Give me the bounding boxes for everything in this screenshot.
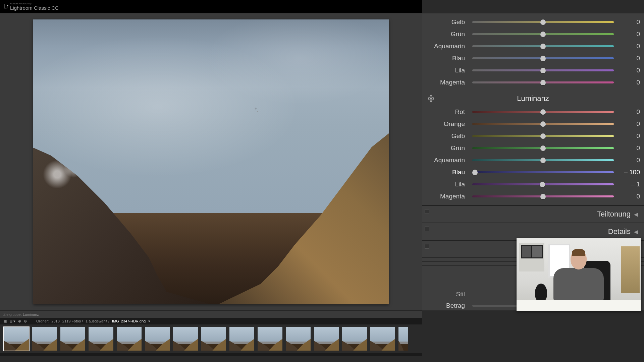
thumbnail[interactable] bbox=[145, 327, 170, 351]
slider-label: Rot bbox=[422, 108, 470, 116]
title-bar: Lr Adobe Photoshop Lightroom Classic CC bbox=[0, 0, 422, 13]
slider-value[interactable]: – 1 bbox=[616, 181, 640, 188]
thumbnail[interactable] bbox=[117, 327, 142, 351]
slider-label: Grün bbox=[422, 31, 470, 38]
slider-label: Orange bbox=[422, 120, 470, 128]
saturation-grun-slider[interactable] bbox=[472, 33, 614, 35]
slider-label: Lila bbox=[422, 181, 470, 188]
slider-label: Blau bbox=[422, 169, 470, 176]
preview-area bbox=[0, 13, 422, 310]
info-strip: Zielgruppe: Luminanz bbox=[0, 310, 422, 318]
slider-label: Gelb bbox=[422, 18, 470, 26]
slider-value[interactable]: 0 bbox=[616, 144, 640, 152]
thumbnail[interactable] bbox=[201, 327, 226, 351]
slider-value[interactable]: 0 bbox=[616, 157, 640, 164]
slider-value[interactable]: 0 bbox=[616, 55, 640, 62]
slider-value[interactable]: 0 bbox=[616, 120, 640, 128]
slider-label: Aquamarin bbox=[422, 43, 470, 50]
saturation-blau-slider[interactable] bbox=[472, 57, 614, 59]
photo-preview[interactable] bbox=[33, 19, 389, 304]
luminance-orange-slider[interactable] bbox=[472, 123, 614, 125]
slider-value[interactable]: 0 bbox=[616, 193, 640, 200]
webcam-overlay bbox=[517, 238, 641, 311]
luminance-blau-slider[interactable] bbox=[472, 171, 614, 173]
brand-subtitle: Adobe Photoshop bbox=[10, 2, 59, 5]
filmstrip-header[interactable]: ▦⊞ ▾⊕⊖ Ordner:2018 2119 Fotos /1 ausgewä… bbox=[0, 318, 422, 324]
luminance-section-header: ▲▼ Luminanz bbox=[422, 93, 644, 104]
thumbnail[interactable] bbox=[229, 327, 254, 351]
luminance-rot-slider[interactable] bbox=[472, 111, 614, 113]
luminance-aqua-slider[interactable] bbox=[472, 159, 614, 161]
saturation-lila-slider[interactable] bbox=[472, 69, 614, 71]
slider-label: Aquamarin bbox=[422, 157, 470, 164]
slider-label: Grün bbox=[422, 144, 470, 152]
color-picker-crosshair-icon[interactable] bbox=[255, 107, 259, 111]
slider-value[interactable]: 0 bbox=[616, 79, 640, 86]
vignette-stil-label: Stil bbox=[422, 291, 470, 298]
slider-label: Lila bbox=[422, 67, 470, 74]
thumbnail[interactable] bbox=[286, 327, 311, 351]
slider-value[interactable]: – 100 bbox=[616, 169, 640, 176]
collapse-arrow-icon: ◀ bbox=[634, 229, 638, 235]
thumbnail[interactable] bbox=[60, 327, 85, 351]
saturation-gelb-slider[interactable] bbox=[472, 21, 614, 23]
slider-value[interactable]: 0 bbox=[616, 67, 640, 74]
thumbnail[interactable] bbox=[342, 327, 367, 351]
thumbnail[interactable] bbox=[398, 327, 408, 351]
filmstrip-scrollbar[interactable] bbox=[0, 353, 422, 356]
slider-value[interactable]: 0 bbox=[616, 18, 640, 26]
collapse-arrow-icon: ◀ bbox=[634, 211, 638, 218]
app-title: Lightroom Classic CC bbox=[10, 5, 59, 11]
thumbnail[interactable] bbox=[314, 327, 339, 351]
thumbnail[interactable] bbox=[258, 327, 282, 351]
luminance-lila-slider[interactable] bbox=[472, 183, 614, 185]
saturation-magenta-slider[interactable] bbox=[472, 81, 614, 83]
target-adjustment-icon[interactable]: ▲▼ bbox=[427, 94, 435, 103]
slider-value[interactable]: 0 bbox=[616, 108, 640, 116]
lightroom-logo-icon: Lr bbox=[3, 3, 8, 10]
slider-label: Betrag bbox=[422, 302, 470, 309]
panel-details[interactable]: Details◀ bbox=[422, 223, 644, 240]
slider-value[interactable]: 0 bbox=[616, 43, 640, 50]
luminance-grun-slider[interactable] bbox=[472, 147, 614, 149]
slider-label: Gelb bbox=[422, 132, 470, 140]
thumbnail[interactable] bbox=[370, 327, 395, 351]
slider-label: Magenta bbox=[422, 79, 470, 86]
panel-teiltonung[interactable]: Teiltonung◀ bbox=[422, 205, 644, 223]
luminance-gelb-slider[interactable] bbox=[472, 135, 614, 137]
slider-label: Blau bbox=[422, 55, 470, 62]
thumbnail[interactable] bbox=[32, 327, 57, 351]
thumbnail[interactable] bbox=[4, 327, 29, 351]
luminance-magenta-slider[interactable] bbox=[472, 195, 614, 197]
slider-value[interactable]: 0 bbox=[616, 31, 640, 38]
thumbnail[interactable] bbox=[89, 327, 113, 351]
slider-label: Magenta bbox=[422, 193, 470, 200]
saturation-aqua-slider[interactable] bbox=[472, 45, 614, 47]
filmstrip[interactable] bbox=[0, 324, 422, 353]
thumbnail[interactable] bbox=[173, 327, 198, 351]
slider-value[interactable]: 0 bbox=[616, 132, 640, 140]
